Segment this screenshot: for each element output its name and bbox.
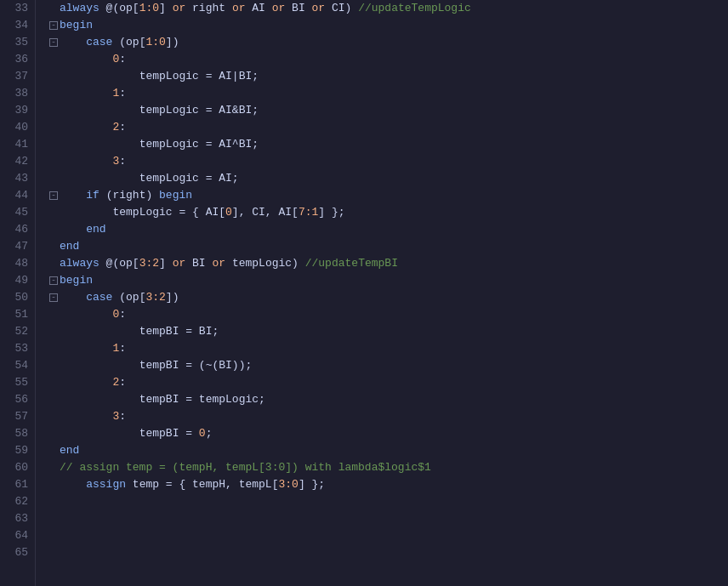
keyword: begin	[159, 187, 192, 204]
line-number: 36	[7, 51, 28, 68]
number-literal: 0	[225, 204, 232, 221]
indent	[60, 374, 112, 391]
code-line: tempBI = 0;	[49, 425, 728, 442]
fold-icon[interactable]: -	[49, 191, 58, 200]
code-editor: 3334353637383940414243444546474849505152…	[0, 0, 728, 586]
case-value: 3	[112, 153, 119, 170]
code-text: ]	[159, 255, 173, 272]
code-line: - case (op[3:2])	[49, 289, 728, 306]
case-value: 0	[112, 306, 119, 323]
fold-icon[interactable]: -	[49, 21, 58, 30]
keyword: assign	[86, 476, 126, 493]
number-literal: 0	[199, 425, 206, 442]
case-value: 2	[112, 374, 119, 391]
indent	[60, 187, 86, 204]
code-text: tempLogic = AI;	[139, 170, 239, 187]
code-text: :	[119, 85, 126, 102]
indent	[60, 68, 139, 85]
code-line: -end	[49, 442, 728, 459]
keyword: begin	[60, 272, 93, 289]
line-number: 53	[7, 340, 28, 357]
comment: //updateTempLogic	[358, 0, 471, 17]
code-text: :	[119, 340, 126, 357]
code-text: BI	[285, 0, 311, 17]
line-number: 54	[7, 357, 28, 374]
line-number: 57	[7, 408, 28, 425]
line-number: 56	[7, 391, 28, 408]
line-number: 39	[7, 102, 28, 119]
code-content: always @(op[1:0] or right or AI or BI or…	[36, 0, 728, 586]
indent	[60, 340, 112, 357]
line-number: 47	[7, 238, 28, 255]
indent	[60, 391, 139, 408]
fold-icon[interactable]: -	[49, 38, 58, 47]
code-line: -end	[49, 238, 728, 255]
line-number: 59	[7, 442, 28, 459]
indent	[60, 204, 112, 221]
indent	[60, 119, 112, 136]
code-line: assign temp = { tempH, tempL[3:0] };	[49, 476, 728, 493]
line-number: 37	[7, 68, 28, 85]
code-text: :	[119, 119, 126, 136]
code-line: 2:	[49, 119, 728, 136]
code-text: [	[133, 0, 139, 17]
code-text: [	[133, 255, 139, 272]
line-number: 41	[7, 136, 28, 153]
code-line: -begin	[49, 17, 728, 34]
code-text: ])	[166, 289, 179, 306]
line-number: 62	[7, 493, 28, 510]
indent	[60, 85, 112, 102]
code-text: tempLogic = AI|BI;	[139, 68, 259, 85]
line-numbers: 3334353637383940414243444546474849505152…	[0, 0, 36, 586]
line-number: 52	[7, 323, 28, 340]
code-text: AI	[245, 0, 271, 17]
number-literal: 1:0	[145, 34, 165, 51]
number-literal: 1:0	[139, 0, 159, 17]
line-number: 50	[7, 289, 28, 306]
or-keyword: or	[312, 0, 326, 17]
indent	[60, 476, 86, 493]
code-text: tempLogic = AI^BI;	[139, 136, 259, 153]
code-line: tempBI = BI;	[49, 323, 728, 340]
keyword: end	[60, 442, 79, 459]
code-line: tempLogic = AI^BI;	[49, 136, 728, 153]
identifier: op	[119, 0, 133, 17]
code-text: :	[119, 153, 126, 170]
line-number: 48	[7, 255, 28, 272]
line-number: 45	[7, 204, 28, 221]
code-text: (op[	[112, 34, 145, 51]
code-line: 3:	[49, 408, 728, 425]
fold-icon[interactable]: -	[49, 276, 58, 285]
or-keyword: or	[272, 0, 286, 17]
indent	[60, 306, 112, 323]
code-line: tempLogic = AI&BI;	[49, 102, 728, 119]
code-text: :	[119, 51, 126, 68]
indent	[60, 357, 139, 374]
or-keyword: or	[173, 255, 186, 272]
code-text: ]	[159, 0, 173, 17]
identifier: op	[119, 255, 133, 272]
comment: //updateTempBI	[305, 255, 398, 272]
code-line: 2:	[49, 374, 728, 391]
code-text: @(	[100, 0, 119, 17]
number-literal: 3:2	[145, 289, 165, 306]
line-number: 42	[7, 153, 28, 170]
keyword: always	[60, 0, 100, 17]
case-value: 2	[112, 119, 119, 136]
code-text: right	[185, 0, 232, 17]
code-line: tempLogic = AI;	[49, 170, 728, 187]
code-line: tempLogic = AI|BI;	[49, 68, 728, 85]
code-text: @(	[100, 255, 119, 272]
keyword: begin	[60, 17, 93, 34]
code-text: tempBI = BI;	[139, 323, 219, 340]
fold-icon[interactable]: -	[49, 293, 58, 302]
or-keyword: or	[212, 255, 225, 272]
code-text: BI	[185, 255, 212, 272]
code-line: always @(op[1:0] or right or AI or BI or…	[49, 0, 728, 17]
indent	[60, 289, 86, 306]
code-text: temp = { tempH, tempL[	[126, 476, 278, 493]
line-number: 63	[7, 510, 28, 527]
code-line: always @(op[3:2] or BI or tempLogic) //u…	[49, 255, 728, 272]
code-line: // assign temp = (tempH, tempL[3:0]) wit…	[49, 459, 728, 476]
line-number: 34	[7, 17, 28, 34]
